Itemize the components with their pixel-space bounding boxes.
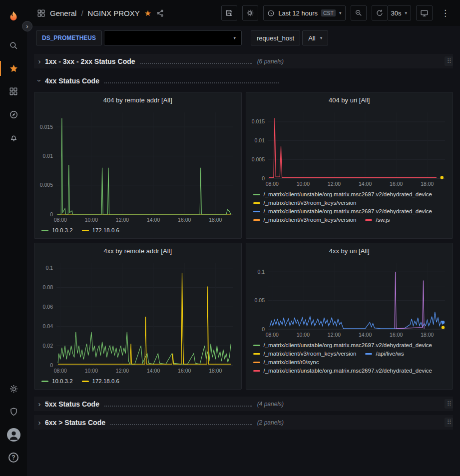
sidebar-item-explore[interactable] xyxy=(0,103,27,126)
row-header-5xx[interactable]: › 5xx Status Code (4 panels) ⠿ xyxy=(34,397,453,411)
legend-item[interactable]: /_matrix/client/v3/room_keys/version xyxy=(253,217,357,223)
breadcrumb-separator: / xyxy=(81,9,83,17)
panel-title[interactable]: 404 by remote addr [All] xyxy=(34,92,241,107)
favorite-star-icon[interactable]: ★ xyxy=(144,8,151,18)
refresh-button[interactable] xyxy=(372,5,388,20)
timezone-badge: CST xyxy=(321,9,336,16)
panel-title[interactable]: 4xx by uri [All] xyxy=(246,243,453,258)
chevron-down-icon: › xyxy=(35,75,44,86)
row-title: 5xx Status Code xyxy=(45,400,99,408)
request-host-label: request_host xyxy=(251,30,300,45)
alerting-bell-icon xyxy=(9,133,18,142)
legend-item[interactable]: /_matrix/client/unstable/org.matrix.msc2… xyxy=(253,208,433,214)
svg-text:0.1: 0.1 xyxy=(257,269,265,275)
legend-item[interactable]: 172.18.0.6 xyxy=(82,378,119,384)
chevron-right-icon: › xyxy=(34,57,45,65)
row-header-6xx[interactable]: › 6xx > Status Code (2 panels) ⠿ xyxy=(34,415,453,430)
dashboards-grid-icon xyxy=(9,87,18,96)
legend-item[interactable]: 10.0.3.2 xyxy=(41,227,73,233)
svg-text:0: 0 xyxy=(50,211,53,217)
svg-text:0: 0 xyxy=(50,362,53,368)
dashboard-variables-bar: DS_PROMETHEUS ▾ request_host All ▾ xyxy=(27,26,460,50)
gear-icon xyxy=(9,384,18,394)
time-series-chart[interactable]: 00.0050.010.01508:0010:0012:0014:0016:00… xyxy=(34,107,241,224)
sidebar-item-profile[interactable] xyxy=(0,423,27,446)
time-series-chart[interactable]: 00.0050.010.01508:0010:0012:0014:0016:00… xyxy=(246,107,453,188)
row-drag-handle[interactable]: ⠿ xyxy=(445,56,453,66)
chevron-down-icon: ▾ xyxy=(234,35,236,40)
legend-item[interactable]: /_matrix/client/unstable/org.matrix.msc2… xyxy=(253,342,433,348)
svg-text:16:00: 16:00 xyxy=(390,181,403,187)
svg-text:0.01: 0.01 xyxy=(43,153,53,159)
legend-item[interactable]: /_matrix/client/v3/room_keys/version xyxy=(253,351,357,357)
datasource-label[interactable]: DS_PROMETHEUS xyxy=(36,30,102,45)
svg-text:0: 0 xyxy=(262,175,265,181)
breadcrumb: General / NGINX PROXY ★ xyxy=(37,8,164,18)
panel-title[interactable]: 404 by uri [All] xyxy=(246,92,453,107)
refresh-interval-dropdown[interactable]: 30s ▾ xyxy=(388,5,412,20)
refresh-interval-value: 30s xyxy=(391,9,402,17)
sidebar-item-search[interactable] xyxy=(0,34,27,57)
legend-item[interactable]: /_matrix/client/r0/sync xyxy=(253,359,319,365)
sidebar: ? xyxy=(0,0,27,476)
datasource-value-dropdown[interactable]: ▾ xyxy=(104,30,242,45)
page-title[interactable]: NGINX PROXY xyxy=(88,9,140,17)
svg-text:08:00: 08:00 xyxy=(265,181,278,187)
save-dashboard-button[interactable] xyxy=(221,5,237,20)
svg-text:16:00: 16:00 xyxy=(178,217,191,223)
svg-text:10:00: 10:00 xyxy=(85,217,98,223)
panel-legend: /_matrix/client/unstable/org.matrix.msc2… xyxy=(246,188,453,238)
row-title: 6xx > Status Code xyxy=(45,419,105,427)
row-header-4xx[interactable]: › 4xx Status Code xyxy=(34,73,453,88)
panel-legend: 10.0.3.2172.18.0.6 xyxy=(34,224,241,238)
panel-title[interactable]: 4xx by remote addr [All] xyxy=(34,243,241,258)
sidebar-item-alerting[interactable] xyxy=(0,126,27,149)
row-panel-count: (2 panels) xyxy=(257,419,284,426)
breadcrumb-section[interactable]: General xyxy=(50,9,76,17)
share-icon[interactable] xyxy=(156,9,164,17)
sidebar-item-dashboards[interactable] xyxy=(0,80,27,103)
monitor-icon xyxy=(420,9,429,17)
request-host-value: All xyxy=(308,34,315,42)
legend-item[interactable]: /sw.js xyxy=(365,217,390,223)
sidebar-item-help[interactable]: ? xyxy=(0,446,27,469)
legend-item[interactable]: 10.0.3.2 xyxy=(41,378,73,384)
request-host-dropdown[interactable]: All ▾ xyxy=(302,30,328,45)
legend-item[interactable]: 172.18.0.6 xyxy=(82,227,119,233)
kebab-menu-button[interactable]: ⋮ xyxy=(438,5,453,20)
chevron-down-icon: ▾ xyxy=(339,10,342,15)
sidebar-expand-button[interactable]: › xyxy=(22,21,32,31)
svg-text:16:00: 16:00 xyxy=(390,332,403,338)
legend-item[interactable]: /_matrix/client/v3/room_keys/version xyxy=(253,200,357,206)
row-drag-handle[interactable]: ⠿ xyxy=(445,399,453,409)
svg-text:18:00: 18:00 xyxy=(209,368,222,374)
svg-text:18:00: 18:00 xyxy=(209,217,222,223)
panel-4xx-by-remote-addr: 4xx by remote addr [All] 00.020.040.060.… xyxy=(34,243,242,390)
panel-grid: 404 by remote addr [All] 00.0050.010.015… xyxy=(34,92,453,390)
svg-text:0.1: 0.1 xyxy=(45,265,53,271)
tv-mode-button[interactable] xyxy=(416,5,433,20)
svg-text:08:00: 08:00 xyxy=(265,332,278,338)
save-floppy-icon xyxy=(225,9,233,17)
sidebar-item-configuration[interactable] xyxy=(0,377,27,400)
time-series-chart[interactable]: 00.050.108:0010:0012:0014:0016:0018:00 xyxy=(246,258,453,339)
panel-legend: 10.0.3.2172.18.0.6 xyxy=(34,375,241,389)
svg-text:0.06: 0.06 xyxy=(43,304,53,310)
legend-item[interactable]: /api/live/ws xyxy=(365,351,404,357)
svg-text:12:00: 12:00 xyxy=(116,217,129,223)
sidebar-item-starred[interactable] xyxy=(0,57,27,80)
time-series-chart[interactable]: 00.020.040.060.080.108:0010:0012:0014:00… xyxy=(34,258,241,375)
legend-item[interactable]: /_matrix/client/unstable/org.matrix.msc2… xyxy=(253,191,433,197)
row-header-1xx-3xx-2xx[interactable]: › 1xx - 3xx - 2xx Status Code (6 panels)… xyxy=(34,54,453,68)
dashboard-settings-button[interactable] xyxy=(242,5,258,20)
svg-text:14:00: 14:00 xyxy=(358,332,371,338)
zoom-out-button[interactable] xyxy=(351,5,367,20)
toolbar-actions: Last 12 hours CST ▾ xyxy=(221,5,453,20)
panel-404-by-remote-addr: 404 by remote addr [All] 00.0050.010.015… xyxy=(34,92,242,239)
row-drag-handle[interactable]: ⠿ xyxy=(445,418,453,427)
time-picker-button[interactable]: Last 12 hours CST ▾ xyxy=(263,5,345,20)
legend-item[interactable]: /_matrix/client/unstable/org.matrix.msc2… xyxy=(253,368,433,374)
svg-text:14:00: 14:00 xyxy=(147,217,160,223)
sidebar-item-server-admin[interactable] xyxy=(0,400,27,423)
shield-icon xyxy=(9,407,18,417)
